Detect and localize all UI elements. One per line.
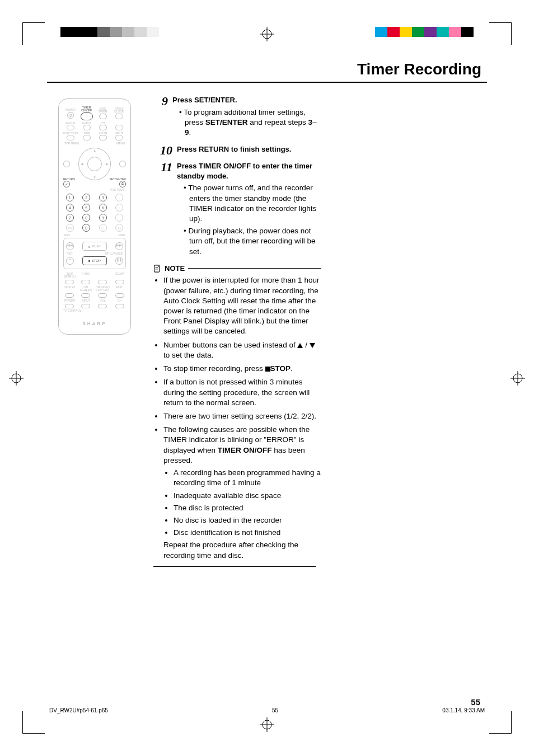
step-number-10: 10 — [153, 144, 172, 157]
return-button-icon: ↶ — [63, 181, 70, 187]
footer-date: 03.1.14, 9:33 AM — [442, 707, 485, 713]
remote-label-open: OPEN/ CLOSE — [112, 107, 126, 113]
note-sub-item: No disc is loaded in the recorder — [174, 515, 321, 525]
set-enter-button-icon: ⦿ — [119, 181, 126, 187]
note-label: NOTE — [165, 264, 185, 274]
remote-label-display: DISPLAY — [63, 286, 76, 292]
remote-label-skip: SKIP SEARCH — [63, 273, 76, 278]
transport-controls: ◀◀ ▶ PLAY ▶▶ REC STILL/PAUSE ● ■ STOP ❚❚ — [63, 238, 126, 269]
registration-mark-icon — [510, 371, 525, 386]
note-item: There are two timer setting screens (1/2… — [163, 411, 321, 421]
remote-label-timer: TIMER ON/OFF — [79, 106, 93, 112]
step-11-bullet-1: The power turns off, and the recorder en… — [184, 183, 321, 224]
remote-label-tvch: CH — [113, 299, 126, 302]
remote-label-power: POWER — [63, 109, 77, 111]
note-icon — [153, 265, 161, 273]
remote-label-dnr: DNR — [80, 132, 94, 135]
remote-label-stop: STOP — [92, 259, 101, 262]
crop-mark — [489, 22, 512, 45]
dpad-icon: ▲ ▼ ◀ ▶ — [78, 148, 111, 180]
remote-label-fwd: FWD — [119, 234, 125, 237]
note-sub-item: Disc identification is not finished — [174, 528, 321, 538]
remote-label-input: INPUT — [112, 132, 126, 135]
footer-page: 55 — [272, 707, 278, 713]
note-sub-item: A recording has been programmed having a… — [174, 468, 321, 488]
note-item: If a button is not pressed within 3 minu… — [163, 377, 321, 408]
up-triangle-icon — [297, 343, 303, 348]
down-triangle-icon — [310, 343, 315, 348]
remote-label-audio: AUDIO — [79, 122, 93, 125]
remote-label-onscreen: ON SCREEN — [79, 286, 92, 292]
note-sub-item: The disc is protected — [174, 503, 321, 513]
remote-label-disc: DISC TIMER — [96, 107, 110, 113]
step-10-heading: Press RETURN to finish settings. — [177, 144, 321, 154]
remote-label-slow: SLOW — [113, 273, 126, 278]
crop-mark — [22, 22, 45, 45]
remote-label-play: PLAY — [92, 245, 101, 248]
remote-label-vcrplus: VCR PLUS+ — [63, 189, 126, 191]
number-pad: 123 456 789 1000CG — [63, 194, 126, 232]
remote-label-topmenu: TOP MENU — [64, 142, 79, 145]
footer-file: DV_RW2U#p54-61.p65 — [49, 707, 108, 713]
note-item: To stop timer recording, press STOP. — [163, 364, 321, 374]
color-bar-right — [375, 27, 474, 37]
remote-illustration: POWER⏻ TIMER ON/OFF DISC TIMER OPEN/ CLO… — [58, 98, 131, 335]
remote-label-angle: ANGLE — [63, 122, 77, 125]
remote-label-original: ORIGINAL/ PLAY LIST — [96, 286, 110, 292]
step-9-heading: Press SET/ENTER. — [172, 95, 321, 105]
remote-label-tvpower: POWER — [63, 299, 76, 302]
note-rule — [188, 268, 321, 269]
footer: DV_RW2U#p54-61.p65 55 03.1.14, 9:33 AM — [47, 707, 487, 713]
step-number-11: 11 — [153, 161, 172, 259]
note-item: The following causes are possible when t… — [163, 425, 321, 561]
step-number-9: 9 — [153, 95, 168, 140]
note-item-tail: Repeat the procedure after checking the … — [163, 540, 321, 560]
remote-label-edit: EDIT — [113, 286, 126, 292]
note-item: Number buttons can be used instead of / … — [163, 340, 321, 360]
crop-mark — [489, 711, 512, 734]
note-item: If the power is interrupted for more tha… — [163, 275, 321, 336]
remote-label-menu: MENU — [116, 142, 125, 145]
remote-label-vol: VOL — [96, 299, 110, 302]
registration-mark-icon — [260, 27, 274, 41]
stop-square-icon — [265, 367, 270, 372]
remote-label-function: FUNCTION — [63, 132, 78, 135]
remote-label-rev: REV — [64, 234, 70, 237]
remote-label-zoom: ZOOM — [96, 132, 110, 135]
step-9-bullet: To program additional timer settings, pr… — [179, 107, 321, 138]
remote-label-tvcontrol: TV CONTROL — [63, 309, 126, 312]
note-list: If the power is interrupted for more tha… — [153, 275, 321, 560]
crop-mark — [22, 711, 45, 734]
registration-mark-icon — [9, 371, 24, 386]
remote-label-still: STILL/PAUSE — [105, 252, 123, 255]
remote-label-rec: REC — [67, 252, 73, 255]
step-11-bullet-2: During playback, the power does not turn… — [184, 226, 321, 257]
note-sub-item: Inadequate available disc space — [174, 491, 321, 501]
end-rule — [153, 566, 316, 567]
color-bar-left — [60, 27, 159, 37]
remote-brand: SHARP — [63, 321, 126, 326]
remote-label-ch: CH — [96, 122, 110, 125]
registration-mark-icon — [260, 717, 274, 732]
page-title: Timer Recording — [47, 60, 487, 83]
step-11-heading: Press TIMER ON/OFF to enter the timer st… — [177, 161, 321, 181]
remote-label-tvinput: INPUT — [79, 299, 92, 302]
page-number: 55 — [471, 697, 480, 707]
remote-label-fadv: F.ADV — [79, 273, 92, 278]
